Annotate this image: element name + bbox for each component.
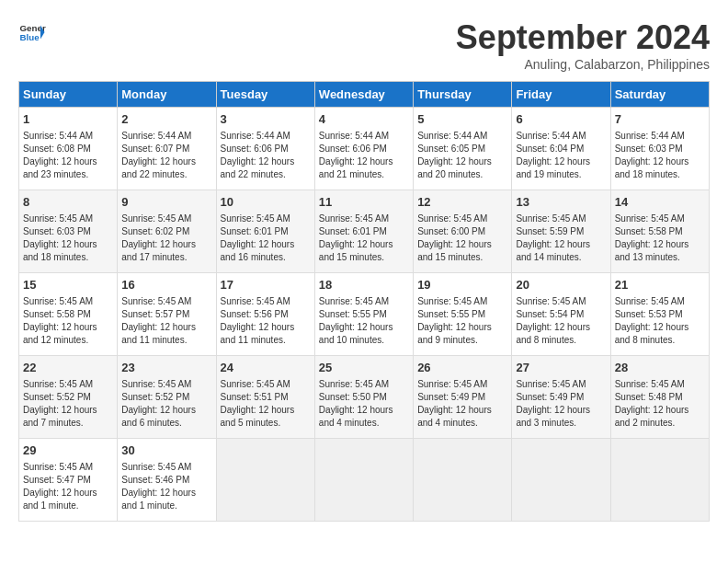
calendar-cell: 29Sunrise: 5:45 AMSunset: 5:47 PMDayligh… [19, 439, 118, 522]
day-header-friday: Friday [512, 82, 610, 108]
calendar-cell: 13Sunrise: 5:45 AMSunset: 5:59 PMDayligh… [512, 190, 610, 273]
calendar-cell: 22Sunrise: 5:45 AMSunset: 5:52 PMDayligh… [19, 356, 118, 439]
day-info: Sunrise: 5:44 AMSunset: 6:04 PMDaylight:… [516, 130, 606, 181]
week-row-3: 15Sunrise: 5:45 AMSunset: 5:58 PMDayligh… [19, 273, 710, 356]
day-info: Sunrise: 5:44 AMSunset: 6:06 PMDaylight:… [319, 130, 409, 181]
day-info: Sunrise: 5:45 AMSunset: 5:48 PMDaylight:… [615, 378, 705, 430]
day-number: 24 [221, 360, 311, 376]
day-number: 26 [417, 360, 507, 376]
day-number: 7 [615, 111, 705, 128]
day-info: Sunrise: 5:45 AMSunset: 5:50 PMDaylight:… [319, 378, 409, 430]
calendar-cell: 4Sunrise: 5:44 AMSunset: 6:06 PMDaylight… [314, 108, 413, 190]
day-info: Sunrise: 5:45 AMSunset: 5:49 PMDaylight:… [516, 378, 606, 430]
calendar-cell [216, 439, 314, 522]
day-number: 27 [516, 360, 606, 376]
day-number: 17 [221, 277, 311, 293]
day-number: 14 [615, 194, 705, 211]
day-info: Sunrise: 5:45 AMSunset: 5:58 PMDaylight:… [615, 213, 705, 264]
day-info: Sunrise: 5:45 AMSunset: 5:46 PMDaylight:… [121, 461, 211, 512]
calendar-cell: 11Sunrise: 5:45 AMSunset: 6:01 PMDayligh… [314, 190, 413, 273]
calendar-cell: 26Sunrise: 5:45 AMSunset: 5:49 PMDayligh… [414, 356, 512, 439]
day-info: Sunrise: 5:45 AMSunset: 6:00 PMDaylight:… [417, 213, 507, 264]
day-info: Sunrise: 5:45 AMSunset: 5:52 PMDaylight:… [23, 378, 113, 430]
location: Anuling, Calabarzon, Philippines [456, 57, 710, 72]
calendar-cell [314, 439, 413, 522]
calendar-cell: 5Sunrise: 5:44 AMSunset: 6:05 PMDaylight… [414, 108, 512, 190]
day-info: Sunrise: 5:45 AMSunset: 5:53 PMDaylight:… [615, 295, 705, 347]
day-number: 22 [23, 360, 113, 376]
calendar-cell: 8Sunrise: 5:45 AMSunset: 6:03 PMDaylight… [19, 190, 118, 273]
day-number: 18 [319, 277, 409, 293]
calendar-cell: 25Sunrise: 5:45 AMSunset: 5:50 PMDayligh… [314, 356, 413, 439]
day-number: 8 [23, 194, 113, 211]
calendar-cell: 15Sunrise: 5:45 AMSunset: 5:58 PMDayligh… [19, 273, 118, 356]
week-row-1: 1Sunrise: 5:44 AMSunset: 6:08 PMDaylight… [19, 108, 710, 190]
day-info: Sunrise: 5:45 AMSunset: 5:57 PMDaylight:… [121, 295, 211, 347]
calendar-cell: 28Sunrise: 5:45 AMSunset: 5:48 PMDayligh… [610, 356, 709, 439]
day-number: 20 [516, 277, 606, 293]
day-number: 6 [516, 111, 606, 128]
calendar-cell: 16Sunrise: 5:45 AMSunset: 5:57 PMDayligh… [118, 273, 216, 356]
day-number: 15 [23, 277, 113, 293]
day-info: Sunrise: 5:45 AMSunset: 5:55 PMDaylight:… [319, 295, 409, 347]
calendar-cell [610, 439, 709, 522]
calendar-cell: 10Sunrise: 5:45 AMSunset: 6:01 PMDayligh… [216, 190, 314, 273]
calendar-cell [512, 439, 610, 522]
calendar-cell: 17Sunrise: 5:45 AMSunset: 5:56 PMDayligh… [216, 273, 314, 356]
calendar-cell: 23Sunrise: 5:45 AMSunset: 5:52 PMDayligh… [118, 356, 216, 439]
calendar-cell [414, 439, 512, 522]
calendar-cell: 21Sunrise: 5:45 AMSunset: 5:53 PMDayligh… [610, 273, 709, 356]
svg-text:Blue: Blue [20, 32, 40, 42]
day-info: Sunrise: 5:45 AMSunset: 5:56 PMDaylight:… [221, 295, 311, 347]
day-info: Sunrise: 5:44 AMSunset: 6:05 PMDaylight:… [417, 130, 507, 181]
day-number: 28 [615, 360, 705, 376]
calendar-cell: 14Sunrise: 5:45 AMSunset: 5:58 PMDayligh… [610, 190, 709, 273]
week-row-5: 29Sunrise: 5:45 AMSunset: 5:47 PMDayligh… [19, 439, 710, 522]
week-row-2: 8Sunrise: 5:45 AMSunset: 6:03 PMDaylight… [19, 190, 710, 273]
logo-icon: General Blue [18, 18, 46, 46]
day-number: 23 [121, 360, 211, 376]
calendar-cell: 19Sunrise: 5:45 AMSunset: 5:55 PMDayligh… [414, 273, 512, 356]
day-number: 16 [121, 277, 211, 293]
day-info: Sunrise: 5:45 AMSunset: 5:47 PMDaylight:… [23, 461, 113, 512]
day-header-tuesday: Tuesday [216, 82, 314, 108]
calendar-cell: 27Sunrise: 5:45 AMSunset: 5:49 PMDayligh… [512, 356, 610, 439]
day-info: Sunrise: 5:45 AMSunset: 5:59 PMDaylight:… [516, 213, 606, 264]
day-info: Sunrise: 5:45 AMSunset: 6:03 PMDaylight:… [23, 213, 113, 264]
day-info: Sunrise: 5:45 AMSunset: 6:02 PMDaylight:… [121, 213, 211, 264]
day-info: Sunrise: 5:44 AMSunset: 6:06 PMDaylight:… [221, 130, 311, 181]
day-number: 10 [221, 194, 311, 211]
day-number: 25 [319, 360, 409, 376]
day-number: 11 [319, 194, 409, 211]
calendar-cell: 30Sunrise: 5:45 AMSunset: 5:46 PMDayligh… [118, 439, 216, 522]
day-header-saturday: Saturday [610, 82, 709, 108]
day-number: 3 [221, 111, 311, 128]
day-number: 30 [121, 442, 211, 459]
day-number: 1 [23, 111, 113, 128]
day-info: Sunrise: 5:45 AMSunset: 5:54 PMDaylight:… [516, 295, 606, 347]
day-header-monday: Monday [118, 82, 216, 108]
calendar-table: SundayMondayTuesdayWednesdayThursdayFrid… [18, 81, 710, 522]
day-number: 12 [417, 194, 507, 211]
days-header-row: SundayMondayTuesdayWednesdayThursdayFrid… [19, 82, 710, 108]
day-header-sunday: Sunday [19, 82, 118, 108]
month-title: September 2024 [456, 18, 710, 57]
calendar-cell: 6Sunrise: 5:44 AMSunset: 6:04 PMDaylight… [512, 108, 610, 190]
calendar-cell: 7Sunrise: 5:44 AMSunset: 6:03 PMDaylight… [610, 108, 709, 190]
day-number: 21 [615, 277, 705, 293]
day-number: 29 [23, 442, 113, 459]
day-header-wednesday: Wednesday [314, 82, 413, 108]
day-info: Sunrise: 5:45 AMSunset: 6:01 PMDaylight:… [319, 213, 409, 264]
day-info: Sunrise: 5:45 AMSunset: 5:51 PMDaylight:… [221, 378, 311, 430]
day-info: Sunrise: 5:44 AMSunset: 6:03 PMDaylight:… [615, 130, 705, 181]
calendar-cell: 2Sunrise: 5:44 AMSunset: 6:07 PMDaylight… [118, 108, 216, 190]
calendar-cell: 12Sunrise: 5:45 AMSunset: 6:00 PMDayligh… [414, 190, 512, 273]
day-info: Sunrise: 5:45 AMSunset: 5:52 PMDaylight:… [121, 378, 211, 430]
day-header-thursday: Thursday [414, 82, 512, 108]
week-row-4: 22Sunrise: 5:45 AMSunset: 5:52 PMDayligh… [19, 356, 710, 439]
day-info: Sunrise: 5:45 AMSunset: 5:49 PMDaylight:… [417, 378, 507, 430]
day-info: Sunrise: 5:44 AMSunset: 6:07 PMDaylight:… [121, 130, 211, 181]
day-number: 5 [417, 111, 507, 128]
calendar-cell: 24Sunrise: 5:45 AMSunset: 5:51 PMDayligh… [216, 356, 314, 439]
calendar-cell: 1Sunrise: 5:44 AMSunset: 6:08 PMDaylight… [19, 108, 118, 190]
